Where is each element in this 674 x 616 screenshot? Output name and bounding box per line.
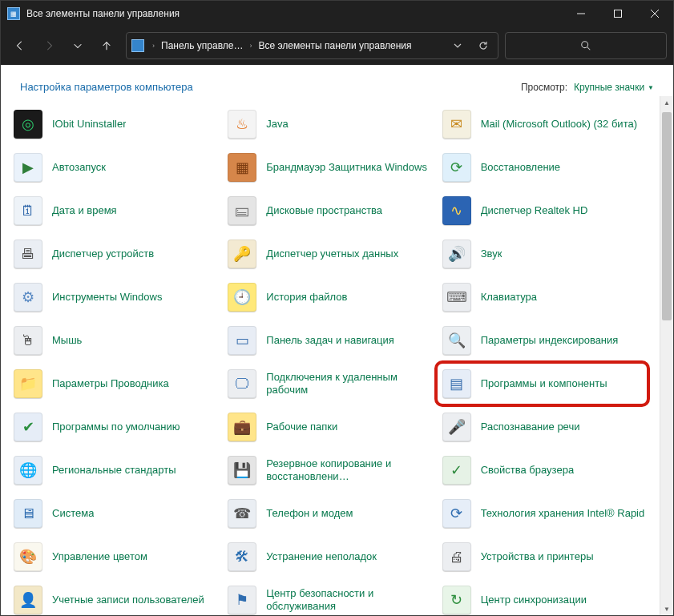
chevron-down-icon (72, 40, 83, 51)
item-label: Свойства браузера (481, 464, 574, 477)
item-label: Центр синхронизации (481, 594, 587, 606)
sync-icon (442, 586, 471, 614)
item-label: Параметры Проводника (52, 377, 169, 390)
control-panel-item[interactable]: Восстановление (438, 146, 652, 189)
breadcrumb[interactable]: › Панель управле… › Все элементы панели … (126, 32, 498, 59)
item-label: Мышь (52, 334, 82, 347)
control-panel-item[interactable]: Резервное копирование и восстановлени… (223, 449, 437, 492)
view-value-text: Крупные значки (574, 82, 644, 93)
view-selector[interactable]: Крупные значки ▼ (574, 82, 654, 93)
control-panel-item[interactable]: Дисковые пространства (223, 189, 437, 232)
control-panel-item[interactable]: Телефон и модем (223, 492, 437, 535)
svg-rect-1 (615, 10, 622, 18)
control-panel-item[interactable]: Центр безопасности и обслуживания (223, 578, 437, 615)
control-panel-item[interactable]: Управление цветом (9, 535, 223, 578)
back-button[interactable] (7, 33, 33, 58)
control-panel-item[interactable]: История файлов (223, 276, 437, 319)
navbar: › Панель управле… › Все элементы панели … (1, 26, 673, 65)
taskbar-icon (228, 326, 256, 355)
control-panel-item[interactable]: Программы и компоненты (438, 362, 652, 405)
control-panel-item[interactable]: Дата и время (9, 189, 223, 232)
scroll-up-button[interactable]: ▲ (660, 96, 673, 109)
disk-icon (228, 196, 256, 225)
item-label: Диспетчер устройств (52, 248, 154, 260)
control-panel-item[interactable]: Региональные стандарты (9, 449, 223, 492)
control-panel-item[interactable]: Устранение неполадок (223, 535, 437, 578)
item-label: Инструменты Windows (52, 291, 162, 304)
page-title: Настройка параметров компьютера (20, 81, 521, 93)
item-label: Автозапуск (52, 161, 106, 174)
titlebar: ▦ Все элементы панели управления (1, 1, 673, 26)
item-label: Программы и компоненты (481, 377, 607, 390)
control-panel-item[interactable]: Звук (438, 232, 652, 276)
control-panel-item[interactable]: Подключения к удаленным рабочим (223, 362, 437, 405)
breadcrumb-segment-2[interactable]: Все элементы панели управления (258, 40, 411, 51)
close-icon (651, 10, 659, 18)
control-panel-item[interactable]: Мышь (9, 319, 223, 362)
up-arrow-icon (101, 40, 112, 51)
item-label: Подключения к удаленным рабочим (266, 371, 432, 396)
close-button[interactable] (636, 1, 673, 26)
control-panel-item[interactable]: Система (9, 492, 223, 535)
breadcrumb-separator[interactable]: › (149, 42, 158, 50)
control-panel-item[interactable]: Распознавание речи (438, 405, 652, 449)
control-panel-item[interactable]: Устройства и принтеры (438, 535, 652, 578)
back-arrow-icon (14, 40, 26, 51)
control-panel-item[interactable]: Параметры индексирования (438, 319, 652, 362)
breadcrumb-separator[interactable]: › (246, 42, 255, 50)
item-label: Клавиатура (481, 291, 537, 304)
item-label: Технология хранения Intel® Rapid (481, 507, 645, 520)
control-panel-item[interactable]: IObit Uninstaller (9, 103, 223, 146)
speech-icon (442, 413, 471, 441)
refresh-button[interactable] (472, 33, 494, 58)
minimize-button[interactable] (563, 1, 599, 26)
search-box[interactable] (505, 32, 667, 59)
refresh-icon (478, 41, 488, 50)
control-panel-item[interactable]: Java (223, 103, 437, 146)
forward-button[interactable] (36, 33, 62, 58)
control-panel-item[interactable]: Учетные записи пользователей (9, 578, 223, 615)
item-label: Дата и время (52, 204, 117, 217)
control-panel-item[interactable]: Рабочие папки (223, 405, 437, 449)
control-panel-item[interactable]: Брандмауэр Защитника Windows (223, 146, 437, 189)
control-panel-item[interactable]: Автозапуск (9, 146, 223, 189)
scroll-down-button[interactable]: ▼ (660, 602, 673, 615)
control-panel-item[interactable]: Технология хранения Intel® Rapid (438, 492, 652, 535)
backup-icon (228, 456, 256, 485)
control-panel-item[interactable]: Клавиатура (438, 276, 652, 319)
scroll-thumb[interactable] (662, 112, 672, 320)
item-label: Программы по умолчанию (52, 421, 180, 433)
breadcrumb-dropdown-button[interactable] (446, 33, 469, 58)
control-panel-item[interactable]: Панель задач и навигация (223, 319, 437, 362)
item-label: Панель задач и навигация (266, 334, 394, 347)
maximize-button[interactable] (599, 1, 636, 26)
item-label: Региональные стандарты (52, 464, 176, 477)
control-panel-item[interactable]: Свойства браузера (438, 449, 652, 492)
forward-arrow-icon (43, 40, 54, 51)
control-panel-item[interactable]: Диспетчер Realtek HD (438, 189, 652, 232)
control-panel-item[interactable]: Диспетчер учетных данных (223, 232, 437, 276)
kbd-icon (442, 283, 471, 312)
control-panel-item[interactable]: Параметры Проводника (9, 362, 223, 405)
rapid-icon (442, 499, 471, 528)
cred-icon (228, 240, 256, 268)
item-label: Устройства и принтеры (481, 550, 594, 563)
up-button[interactable] (94, 33, 119, 58)
window-title: Все элементы панели управления (26, 8, 563, 19)
control-panel-item[interactable]: Инструменты Windows (9, 276, 223, 319)
index-icon (442, 326, 471, 355)
app-icon: ▦ (7, 7, 20, 20)
autorun-icon (14, 153, 42, 182)
recent-locations-button[interactable] (65, 33, 91, 58)
content-header: Настройка параметров компьютера Просмотр… (1, 65, 673, 96)
breadcrumb-segment-1[interactable]: Панель управле… (161, 40, 243, 51)
control-panel-item[interactable]: Диспетчер устройств (9, 232, 223, 276)
window: ▦ Все элементы панели управления (0, 0, 674, 616)
control-panel-item[interactable]: Mail (Microsoft Outlook) (32 бита) (438, 103, 652, 146)
control-panel-item[interactable]: Программы по умолчанию (9, 405, 223, 449)
trouble-icon (228, 542, 256, 571)
view-controls: Просмотр: Крупные значки ▼ (521, 82, 654, 93)
vertical-scrollbar[interactable]: ▲ ▼ (660, 96, 673, 615)
control-panel-item[interactable]: Центр синхронизации (438, 578, 652, 615)
item-label: Резервное копирование и восстановлени… (266, 457, 432, 482)
